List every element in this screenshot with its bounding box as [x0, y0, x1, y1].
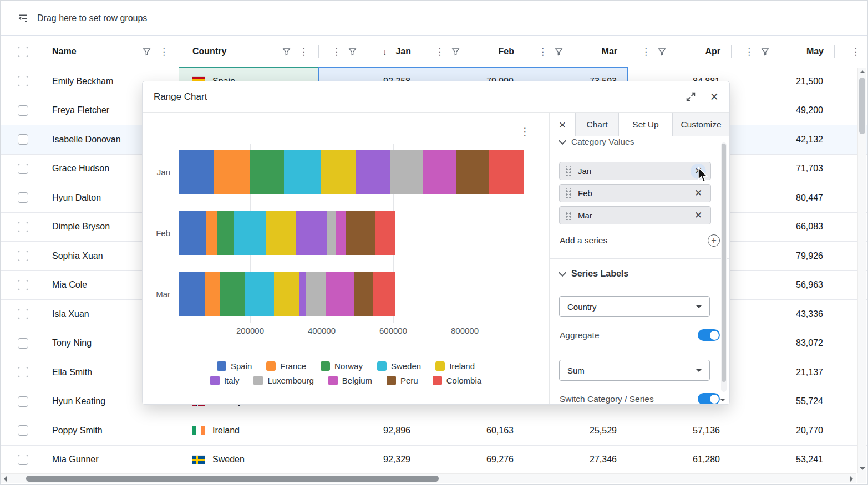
column-menu-icon[interactable]: ⋮: [641, 47, 651, 57]
legend-item-norway[interactable]: Norway: [321, 361, 363, 371]
legend-item-colombia[interactable]: Colombia: [433, 376, 481, 385]
cell-may[interactable]: 80,447: [731, 183, 834, 212]
bar-segment-luxembourg[interactable]: [390, 150, 423, 194]
cell-may[interactable]: 42,132: [731, 125, 834, 154]
series-label-select[interactable]: Country: [559, 296, 710, 317]
filter-icon[interactable]: [348, 48, 357, 56]
legend-item-belgium[interactable]: Belgium: [328, 376, 372, 385]
bar-segment-spain[interactable]: [179, 150, 214, 194]
bar-segment-sweden[interactable]: [234, 211, 266, 255]
cell-may[interactable]: 21,137: [731, 358, 834, 387]
cell-may[interactable]: 43,336: [731, 300, 834, 329]
column-menu-icon[interactable]: ⋮: [851, 47, 860, 57]
dialog-header[interactable]: Range Chart ×: [143, 81, 729, 113]
row-checkbox[interactable]: [18, 425, 28, 436]
bar-segment-italy[interactable]: [296, 211, 328, 255]
maximize-icon[interactable]: [686, 92, 696, 101]
category-values-group-header[interactable]: Category Values: [560, 137, 634, 147]
horizontal-scrollbar-thumb[interactable]: [26, 476, 439, 482]
category-chip-jan[interactable]: Jan ✕: [559, 162, 711, 180]
cell-apr[interactable]: 57,136: [628, 416, 731, 445]
scroll-down-arrow[interactable]: [860, 467, 865, 470]
stacked-bar-mar[interactable]: [179, 272, 536, 316]
bar-segment-belgium[interactable]: [423, 150, 456, 194]
row-checkbox[interactable]: [18, 396, 28, 407]
column-header-may[interactable]: ⋮ May: [731, 36, 834, 67]
column-menu-icon[interactable]: ⋮: [435, 47, 444, 57]
bar-segment-ireland[interactable]: [274, 272, 299, 316]
cell-may[interactable]: 56,963: [731, 271, 834, 300]
row-checkbox[interactable]: [18, 280, 28, 290]
bar-segment-norway[interactable]: [217, 211, 234, 255]
row-checkbox[interactable]: [18, 192, 28, 203]
panel-close-icon[interactable]: ×: [550, 113, 575, 136]
bar-segment-italy[interactable]: [356, 150, 390, 194]
bar-segment-colombia[interactable]: [373, 272, 395, 316]
drag-handle-icon[interactable]: [565, 211, 572, 220]
row-checkbox[interactable]: [18, 105, 28, 116]
column-menu-icon[interactable]: ⋮: [299, 47, 308, 57]
column-header-jan[interactable]: ⋮ ↓ Jan: [318, 36, 422, 67]
cell-apr[interactable]: 61,280: [628, 446, 731, 474]
row-checkbox[interactable]: [18, 309, 28, 319]
legend-item-italy[interactable]: Italy: [210, 376, 240, 385]
row-checkbox[interactable]: [18, 367, 28, 377]
cell-may[interactable]: 53,241: [731, 446, 834, 474]
cell-may[interactable]: 79,926: [731, 242, 834, 270]
aggregate-toggle[interactable]: [698, 329, 720, 341]
panel-scrollbar-thumb[interactable]: [722, 144, 726, 382]
column-menu-icon[interactable]: ⋮: [332, 47, 341, 57]
bar-segment-peru[interactable]: [346, 211, 375, 255]
cell-country[interactable]: Sweden: [179, 446, 318, 474]
column-menu-icon[interactable]: ⋮: [159, 47, 169, 57]
row-checkbox[interactable]: [18, 134, 28, 145]
filter-icon[interactable]: [761, 48, 769, 56]
cell-name[interactable]: Poppy Smith: [45, 416, 179, 445]
cell-feb[interactable]: 60,163: [422, 416, 525, 445]
scroll-up-arrow[interactable]: [860, 70, 865, 73]
column-header-feb[interactable]: ⋮ Feb: [422, 36, 525, 67]
cell-mar[interactable]: 27,346: [525, 446, 628, 474]
cell-may[interactable]: 20,770: [731, 416, 834, 445]
drag-handle-icon[interactable]: [565, 188, 572, 198]
tab-customize[interactable]: Customize: [672, 113, 729, 136]
bar-segment-colombia[interactable]: [489, 150, 524, 194]
bar-segment-norway[interactable]: [220, 272, 245, 316]
bar-segment-france[interactable]: [205, 272, 220, 316]
cell-country[interactable]: Ireland: [179, 416, 318, 445]
cell-name[interactable]: Mia Gunner: [45, 446, 179, 474]
filter-icon[interactable]: [282, 48, 291, 56]
bar-segment-luxembourg[interactable]: [327, 211, 336, 255]
row-checkbox[interactable]: [18, 76, 28, 86]
cell-may[interactable]: 49,200: [731, 96, 834, 125]
legend-item-france[interactable]: France: [266, 361, 306, 371]
legend-item-ireland[interactable]: Ireland: [435, 361, 475, 371]
stacked-bar-jan[interactable]: [179, 150, 536, 194]
bar-segment-luxembourg[interactable]: [306, 272, 326, 316]
bar-segment-ireland[interactable]: [321, 150, 356, 194]
aggregate-func-select[interactable]: Sum: [559, 360, 710, 381]
legend-item-peru[interactable]: Peru: [387, 376, 418, 385]
cell-may[interactable]: 83,072: [731, 329, 834, 358]
legend-item-spain[interactable]: Spain: [217, 361, 252, 371]
cell-mar[interactable]: 25,529: [525, 416, 628, 445]
column-header-partial[interactable]: ⋮: [834, 36, 867, 67]
column-header-apr[interactable]: ⋮ Apr: [628, 36, 731, 67]
select-all-checkbox[interactable]: [18, 47, 28, 57]
bar-segment-sweden[interactable]: [284, 150, 321, 194]
cell-may[interactable]: 66,083: [731, 213, 834, 242]
panel-scrollbar[interactable]: [721, 142, 727, 392]
bar-segment-peru[interactable]: [354, 272, 374, 316]
row-checkbox[interactable]: [18, 222, 28, 232]
cell-feb[interactable]: 69,276: [422, 446, 525, 474]
cell-may[interactable]: 21,500: [731, 67, 834, 96]
switch-category-series-toggle[interactable]: [698, 393, 720, 404]
drag-handle-icon[interactable]: [565, 166, 572, 176]
stacked-bar-feb[interactable]: [179, 211, 536, 255]
row-checkbox[interactable]: [18, 164, 28, 174]
column-menu-icon[interactable]: ⋮: [538, 47, 547, 57]
column-header-country[interactable]: Country ⋮: [179, 36, 318, 67]
horizontal-scrollbar[interactable]: [1, 473, 856, 483]
tab-set-up[interactable]: Set Up: [618, 113, 672, 136]
cell-may[interactable]: 55,724: [731, 387, 834, 416]
